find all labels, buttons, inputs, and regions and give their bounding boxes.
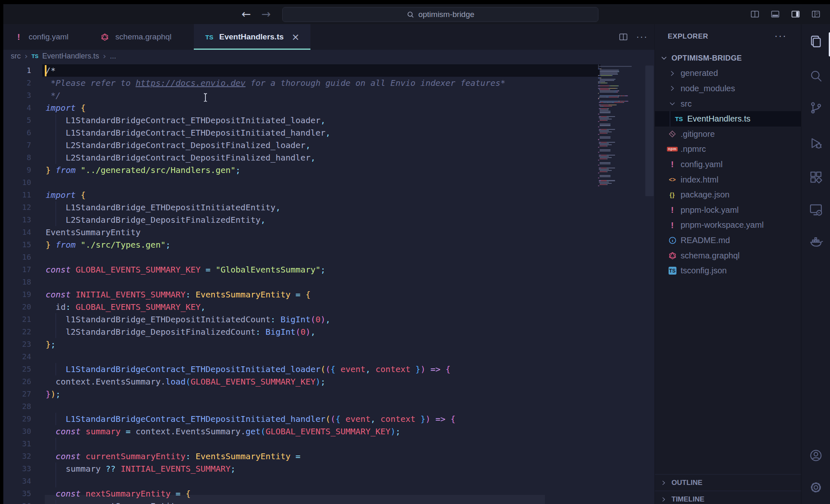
code-line-27: 27}); — [3, 388, 654, 400]
code-line-29: 29 L1StandardBridgeContract_ETHDepositIn… — [3, 413, 654, 425]
tree-file-EventHandlers.ts[interactable]: TSEventHandlers.ts — [655, 111, 801, 127]
line-number: 15 — [3, 239, 31, 251]
more-actions-icon[interactable]: ··· — [636, 32, 648, 42]
accounts-icon[interactable] — [809, 448, 823, 463]
docker-icon[interactable] — [809, 235, 823, 249]
code-line-14: 14EventsSummaryEntity — [3, 226, 654, 239]
forward-button[interactable]: → — [261, 4, 271, 24]
tree-workspace-OPTIMISM-BRIDGE[interactable]: OPTIMISM-BRIDGE — [655, 51, 801, 66]
tab-config.yaml[interactable]: !config.yaml — [3, 24, 79, 50]
tab-schema.graphql[interactable]: schema.graphql — [90, 24, 182, 50]
code-line-15: 15} from "./src/Types.gen"; — [3, 239, 654, 251]
command-center-search[interactable]: optimism-bridge — [282, 7, 598, 22]
line-number: 5 — [3, 114, 31, 127]
extensions-icon[interactable] — [809, 170, 823, 184]
tree-file-.npmrc[interactable]: npm.npmrc — [655, 142, 801, 157]
code-line-11: 11import { — [3, 189, 654, 201]
code-line-25: 25 L1StandardBridgeContract_ETHDepositIn… — [3, 363, 654, 375]
code-line-6: 6 L1StandardBridgeContract_ETHDepositIni… — [3, 127, 654, 139]
indent-guide — [56, 313, 56, 338]
panel-timeline[interactable]: TIMELINE — [655, 491, 801, 504]
tree-file-pnpm-workspace.yaml[interactable]: !pnpm-workspace.yaml — [655, 218, 801, 233]
line-number: 22 — [3, 326, 31, 338]
tree-folder-src[interactable]: src — [655, 96, 801, 112]
files-icon[interactable] — [809, 34, 823, 49]
settings-icon[interactable] — [809, 480, 823, 494]
chevron-down-icon — [661, 55, 667, 61]
code-line-30: 30 const summary = context.EventsSummary… — [3, 425, 654, 438]
tree-file-package.json[interactable]: {}package.json — [655, 187, 801, 202]
tree-item-label: generated — [681, 68, 718, 78]
search-icon — [406, 10, 415, 19]
tab-close-icon[interactable]: × — [292, 32, 300, 42]
line-number: 29 — [3, 413, 31, 425]
line-number: 28 — [3, 400, 31, 413]
tree-item-label: .gitignore — [681, 129, 715, 139]
line-number: 1 — [3, 64, 31, 77]
breadcrumb[interactable]: src›TSEventHandlers.ts›... — [3, 50, 654, 62]
code-line-31: 31 — [3, 438, 654, 450]
code-editor[interactable]: 1/*2 *Please refer to https://docs.envio… — [3, 62, 654, 504]
back-button[interactable]: ← — [242, 4, 251, 24]
tree-file-config.yaml[interactable]: !config.yaml — [655, 157, 801, 172]
code-line-4: 4import { — [3, 102, 654, 114]
code-line-21: 21 l1StandardBridge_ETHDepositInitiatedC… — [3, 313, 654, 326]
tree-file-index.html[interactable]: <>index.html — [655, 172, 801, 187]
line-number: 27 — [3, 388, 31, 400]
split-editor-icon[interactable] — [619, 32, 628, 41]
tree-file-README.md[interactable]: README.md — [655, 233, 801, 248]
tab-label: EventHandlers.ts — [219, 32, 283, 41]
line-number: 24 — [3, 351, 31, 363]
line-number: 12 — [3, 201, 31, 214]
chevron-right-icon — [661, 480, 666, 486]
tree-file-tsconfig.json[interactable]: TStsconfig.json — [655, 263, 801, 278]
line-number: 14 — [3, 226, 31, 239]
panel-outline[interactable]: OUTLINE — [655, 474, 801, 491]
tree-file-schema.graphql[interactable]: schema.graphql — [655, 248, 801, 263]
line-number: 7 — [3, 139, 31, 151]
horizontal-scrollbar[interactable] — [45, 495, 545, 504]
breadcrumb-item[interactable]: EventHandlers.ts — [42, 52, 99, 61]
tree-folder-node_modules[interactable]: node_modules — [655, 81, 801, 96]
tsconfig-icon: TS — [669, 267, 676, 275]
explorer-more-icon[interactable]: ··· — [774, 30, 787, 41]
indent-guide — [56, 201, 56, 226]
breadcrumb-item[interactable]: ... — [110, 52, 116, 61]
sidebar-right-icon[interactable] — [788, 7, 802, 21]
source-control-icon[interactable] — [809, 101, 823, 115]
tree-folder-generated[interactable]: generated — [655, 66, 801, 81]
line-number: 30 — [3, 425, 31, 438]
search-icon[interactable] — [809, 69, 823, 83]
run-debug-icon[interactable] — [809, 136, 823, 150]
line-number: 26 — [3, 375, 31, 388]
line-number: 33 — [3, 463, 31, 475]
remote-explorer-icon[interactable] — [809, 202, 823, 217]
ts-icon: TS — [32, 53, 39, 59]
tree-item-label: tsconfig.json — [681, 266, 727, 275]
graphql-icon — [101, 33, 110, 41]
code-line-3: 3 */ — [3, 89, 654, 102]
tree-item-label: OPTIMISM-BRIDGE — [671, 54, 742, 63]
indent-guide — [56, 438, 56, 450]
line-number: 36 — [3, 500, 31, 504]
breadcrumb-item[interactable]: src — [11, 52, 21, 61]
code-line-5: 5 L1StandardBridgeContract_ETHDepositIni… — [3, 114, 654, 127]
minimap[interactable] — [598, 65, 641, 504]
layout-icon[interactable] — [809, 7, 823, 21]
tree-file-pnpm-lock.yaml[interactable]: !pnpm-lock.yaml — [655, 202, 801, 218]
explorer-title: EXPLORER — [668, 32, 708, 41]
tree-file-.gitignore[interactable]: .gitignore — [655, 127, 801, 142]
code-line-1: 1/* — [3, 64, 654, 77]
line-number: 35 — [3, 487, 31, 500]
tree-item-label: pnpm-lock.yaml — [681, 205, 739, 215]
tree-indent-guide — [670, 111, 670, 127]
activity-bar — [801, 24, 830, 504]
code-line-28: 28 — [3, 400, 654, 413]
code-line-20: 20 id: GLOBAL_EVENTS_SUMMARY_KEY, — [3, 301, 654, 313]
chevron-down-icon — [669, 100, 676, 107]
panel-icon[interactable] — [768, 7, 782, 21]
line-number: 16 — [3, 251, 31, 263]
tab-EventHandlers.ts[interactable]: TSEventHandlers.ts× — [194, 24, 310, 50]
split-editor-icon[interactable] — [748, 7, 762, 21]
vertical-scrollbar[interactable] — [645, 66, 654, 196]
